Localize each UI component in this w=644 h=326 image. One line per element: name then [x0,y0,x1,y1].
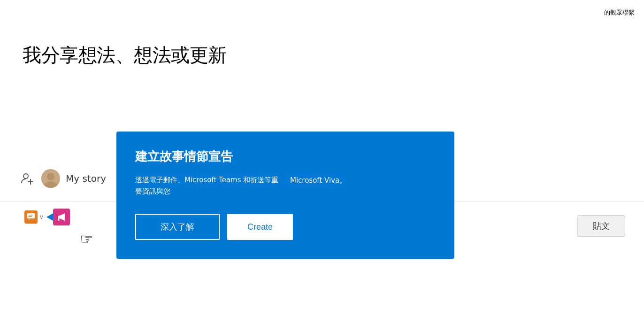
chat-icon [24,210,38,224]
dropdown-arrow-icon: ∨ [39,214,44,220]
dialog-body: 透過電子郵件、Microsoft Teams 和折送等重要資訊與您 Micros… [135,174,436,197]
svg-rect-7 [27,213,35,218]
svg-rect-10 [58,218,60,221]
my-story-label: My story [66,173,106,184]
cursor-hand-icon: ☞ [80,230,93,248]
add-person-icon[interactable] [19,170,36,187]
post-button[interactable]: 貼文 [577,215,625,237]
dialog-buttons: 深入了解 Create [135,214,436,240]
announce-wrapper [53,209,70,225]
create-button[interactable]: Create [227,214,293,240]
action-bar: ∨ [19,207,70,227]
dialog-title: 建立故事情節宣告 [135,148,436,165]
tooltip-arrow [46,213,53,221]
story-row: My story [19,169,106,188]
main-background: 的觀眾聯繫 我分享想法、想法或更新 My story [0,0,644,326]
story-announcement-dialog: 建立故事情節宣告 透過電子郵件、Microsoft Teams 和折送等重要資訊… [116,132,454,259]
svg-point-4 [47,173,54,180]
svg-rect-8 [28,215,33,216]
avatar [41,169,60,188]
page-title: 我分享想法、想法或更新 [23,42,227,68]
top-right-text: 的觀眾聯繫 [604,8,635,17]
learn-more-button[interactable]: 深入了解 [135,214,220,240]
svg-rect-9 [28,216,32,217]
dialog-text-left: 透過電子郵件、Microsoft Teams 和折送等重要資訊與您 [135,174,281,197]
chat-button[interactable]: ∨ [19,207,49,227]
dialog-text-right: Microsoft Viva。 [290,174,436,185]
announce-button[interactable] [53,209,70,225]
svg-point-0 [23,174,28,179]
